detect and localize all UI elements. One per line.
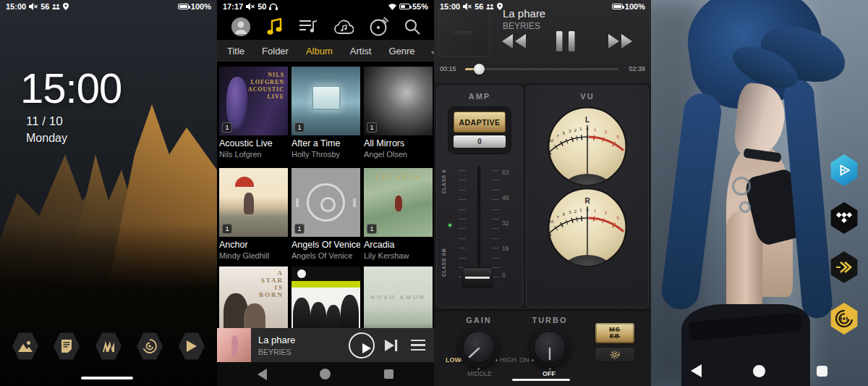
spiral-icon xyxy=(142,339,157,353)
music-tab-icon[interactable] xyxy=(267,18,283,35)
album-cover: ARCADIA 1 xyxy=(364,168,433,237)
home-gesture-bar[interactable] xyxy=(512,379,570,381)
album-cell[interactable]: ASTARISBORN xyxy=(219,267,288,328)
album-cell[interactable]: ARCADIA 1 Arcadia Lily Kershaw xyxy=(364,168,433,260)
hiby-app-icon[interactable] xyxy=(137,332,163,361)
track-count-badge: 1 xyxy=(367,122,377,133)
album-cell[interactable]: 1 After a Time Holly Throsby xyxy=(292,67,360,159)
album-artist: Nils Lofgren xyxy=(219,150,288,159)
next-track-button[interactable] xyxy=(385,340,398,351)
album-cover: 1 xyxy=(364,67,433,135)
gain-title: GAIN xyxy=(456,316,502,324)
player-app-icon[interactable] xyxy=(179,332,205,361)
album-cell[interactable]: 1 All Mirrors Angel Olsen xyxy=(364,67,433,159)
amp-scale-0: 0 xyxy=(502,272,506,279)
cloud-music-icon[interactable] xyxy=(334,19,354,35)
battery-icon xyxy=(178,4,189,9)
audio-control-screen: 15:00 56 100% COVER La phare BEYRIES 00:… xyxy=(434,0,651,386)
lock-date: 11 / 10 xyxy=(26,114,63,129)
queue-menu-button[interactable] xyxy=(411,340,425,351)
mseb-button[interactable]: MS EB xyxy=(595,322,635,344)
album-cell[interactable] xyxy=(292,267,360,328)
track-count-badge: 1 xyxy=(294,224,305,234)
amp-slider-thumb[interactable] xyxy=(462,267,493,288)
turbo-knob[interactable] xyxy=(529,327,570,367)
battery-icon xyxy=(612,4,623,9)
gain-knob[interactable] xyxy=(459,327,499,367)
class-ab-label: CLASS AB xyxy=(441,248,446,277)
class-a-label: CLASS A xyxy=(441,167,446,196)
vu-title: VU xyxy=(527,92,648,101)
pause-button[interactable] xyxy=(556,31,575,51)
play-icon xyxy=(362,343,371,353)
tab-title[interactable]: Title xyxy=(227,46,244,56)
home-button[interactable] xyxy=(753,365,765,377)
amp-scale-48: 48 xyxy=(502,194,509,201)
status-battery: 100% xyxy=(191,2,211,11)
vinyl-icon[interactable] xyxy=(370,17,388,36)
rewind-button[interactable] xyxy=(501,33,527,49)
volume-muted-icon xyxy=(29,3,38,10)
notes-app-icon[interactable] xyxy=(54,332,80,361)
play-button[interactable] xyxy=(349,332,375,358)
gallery-app-icon[interactable] xyxy=(12,332,38,361)
playlist-icon[interactable] xyxy=(299,19,318,35)
amp-value-display: 0 xyxy=(454,135,506,148)
turbo-title: TURBO xyxy=(527,316,573,324)
gain-low-label: LOW xyxy=(446,356,461,364)
lock-clock: 15:00 xyxy=(20,64,122,112)
neutron-app-icon[interactable] xyxy=(95,332,122,361)
recents-button[interactable] xyxy=(384,369,393,379)
album-artist: Mindy Gledhill xyxy=(219,251,288,260)
album-cell[interactable]: 1 Angels Of Venice Angels Of Venice xyxy=(292,168,360,260)
tab-genre[interactable]: Genre xyxy=(388,46,414,56)
album-cell[interactable]: NOVO AMOR xyxy=(364,267,433,328)
amp-mode-frame: ADAPTIVE 0 xyxy=(448,106,511,154)
profile-avatar[interactable] xyxy=(231,17,251,37)
album-artist: Lily Kershaw xyxy=(364,251,433,260)
tab-album[interactable]: Album xyxy=(306,46,333,56)
gear-icon xyxy=(609,349,621,361)
seek-bar[interactable] xyxy=(465,68,618,70)
mini-player[interactable]: La phare BEYRIES xyxy=(217,328,434,362)
seek-thumb[interactable] xyxy=(474,64,485,75)
album-title: Acoustic Live xyxy=(219,138,288,148)
track-count-badge: 1 xyxy=(367,224,377,234)
double-chevron-icon xyxy=(835,259,854,275)
volume-muted-icon xyxy=(463,3,472,10)
track-count-badge: 1 xyxy=(222,224,232,234)
album-grid: NILSLOFGRENACOUSTICLIVE 1 Acoustic Live … xyxy=(217,64,434,328)
gallery-icon xyxy=(18,340,33,352)
status-bar: 17:17 50 55% xyxy=(217,0,434,13)
adaptive-mode-button[interactable]: ADAPTIVE xyxy=(454,112,506,133)
home-gesture-bar[interactable] xyxy=(81,377,133,379)
status-bar: 15:00 56 100% xyxy=(434,0,651,13)
home-screen: 15:00 56 100% 15:00 11 / 10 Monday xyxy=(0,0,217,386)
album-cover: 1 xyxy=(219,168,288,237)
home-button[interactable] xyxy=(320,369,331,379)
vu-meter-left: 2010753210135 L xyxy=(548,106,627,186)
tab-folder[interactable]: Folder xyxy=(262,46,289,56)
search-icon[interactable] xyxy=(404,19,420,35)
settings-button[interactable] xyxy=(595,347,635,362)
tab-artist[interactable]: Artist xyxy=(350,46,372,56)
album-cell[interactable]: 1 Anchor Mindy Gledhill xyxy=(219,168,288,260)
album-artist: Angel Olsen xyxy=(364,150,433,159)
duration-time: 02:39 xyxy=(629,65,645,72)
back-button[interactable] xyxy=(691,364,702,377)
turbo-off-label: OFF xyxy=(542,370,556,377)
gain-turbo-section: GAIN TURBO LOW MIDDLE HIGH ON OFF MS EB xyxy=(434,310,651,386)
back-button[interactable] xyxy=(258,369,267,380)
play-icon xyxy=(187,340,197,352)
composite-screenshot: 15:00 56 100% 15:00 11 / 10 Monday xyxy=(0,0,868,386)
album-cover: 1 xyxy=(292,67,360,135)
recents-button[interactable] xyxy=(817,366,827,377)
lock-day: Monday xyxy=(26,132,67,145)
album-artist: Holly Throsby xyxy=(292,150,360,159)
vu-channel-right: R xyxy=(584,197,590,205)
notes-icon xyxy=(61,340,72,353)
album-title: After a Time xyxy=(292,138,360,148)
fast-forward-button[interactable] xyxy=(608,33,634,49)
album-cell[interactable]: NILSLOFGRENACOUSTICLIVE 1 Acoustic Live … xyxy=(219,67,288,159)
battery-icon xyxy=(399,4,410,9)
